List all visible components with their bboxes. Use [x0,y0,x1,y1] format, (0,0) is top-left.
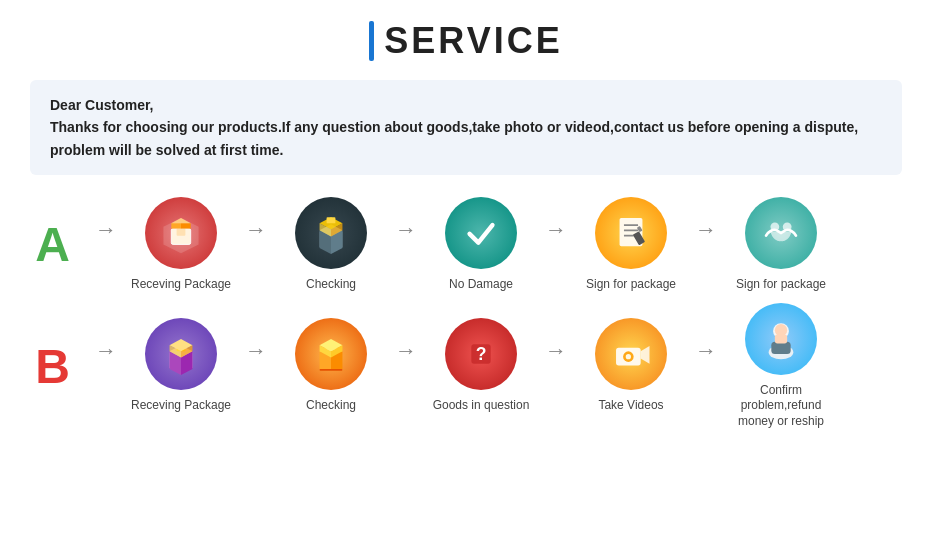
arrow-a4: → [695,217,717,243]
row-b: B → Receving Package → [30,303,902,430]
step-a-receiving-label: Receving Package [131,277,231,293]
svg-rect-5 [181,223,191,228]
arrow-b1: → [245,338,267,364]
step-a-nodamage: No Damage [421,197,541,293]
arrow-a0: → [95,217,117,243]
step-b-camera: Take Videos [571,318,691,414]
step-b-checking: Checking [271,318,391,414]
svg-marker-41 [641,346,650,364]
arrow-b2: → [395,338,417,364]
title-accent-bar [369,21,374,61]
arrow-a3: → [545,217,567,243]
step-a-sign2-label: Sign for package [736,277,826,293]
step-b-question: ? Goods in question [421,318,541,414]
step-b-camera-label: Take Videos [598,398,663,414]
svg-rect-4 [171,223,181,228]
svg-point-46 [775,324,787,336]
svg-rect-2 [177,229,186,236]
icon-sign-yellow [595,197,667,269]
svg-point-21 [783,223,792,232]
arrow-b4: → [695,338,717,364]
icon-box-orange [295,318,367,390]
step-b-question-label: Goods in question [433,398,530,414]
svg-point-43 [626,354,631,359]
icon-box-dark [295,197,367,269]
svg-text:?: ? [476,345,487,365]
icon-camera-yellow [595,318,667,390]
step-a-sign1-label: Sign for package [586,277,676,293]
step-b-receiving: Receving Package [121,318,241,414]
step-a-nodamage-label: No Damage [449,277,513,293]
icon-box-purple [145,318,217,390]
icon-check-green [445,197,517,269]
svg-rect-11 [327,217,336,223]
step-a-receiving: Receving Package [121,197,241,293]
step-a-checking-label: Checking [306,277,356,293]
svg-rect-48 [775,334,787,343]
row-a: A → Receving Package → [30,197,902,293]
arrow-a2: → [395,217,417,243]
step-a-sign2: Sign for package [721,197,841,293]
arrow-b0: → [95,338,117,364]
arrow-b3: → [545,338,567,364]
icon-question-red: ? [445,318,517,390]
page: SERVICE Dear Customer, Thanks for choosi… [0,0,932,550]
arrow-a1: → [245,217,267,243]
row-label-b: B [30,339,75,394]
icon-box-red [145,197,217,269]
notice-box: Dear Customer, Thanks for choosing our p… [30,80,902,175]
notice-line2: Thanks for choosing our products.If any … [50,116,882,161]
page-title: SERVICE [384,20,562,62]
icon-handshake-teal [745,197,817,269]
step-b-receiving-label: Receving Package [131,398,231,414]
step-a-checking: Checking [271,197,391,293]
step-b-checking-label: Checking [306,398,356,414]
step-b-confirm-label: Confirm problem,refund money or reship [721,383,841,430]
icon-person-blue [745,303,817,375]
notice-line1: Dear Customer, [50,94,882,116]
step-b-confirm: Confirm problem,refund money or reship [721,303,841,430]
svg-rect-47 [771,341,790,353]
row-label-a: A [30,217,75,272]
svg-point-20 [770,223,779,232]
title-row: SERVICE [30,20,902,62]
step-a-sign1: Sign for package [571,197,691,293]
svg-rect-33 [320,369,343,371]
